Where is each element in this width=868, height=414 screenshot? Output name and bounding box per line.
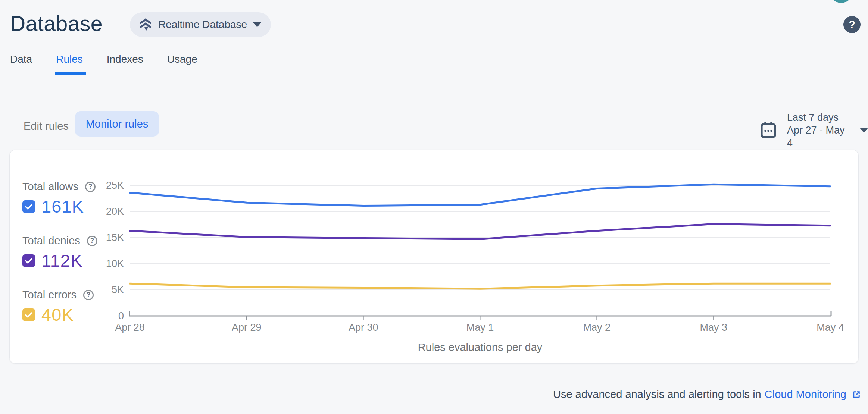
- svg-text:Rules evaluations per day: Rules evaluations per day: [418, 341, 543, 353]
- tab-bar: Data Rules Indexes Usage: [10, 53, 197, 65]
- active-tab-indicator: [55, 72, 86, 75]
- page-title: Database: [10, 11, 103, 36]
- total-allows-label: Total allows: [22, 181, 78, 193]
- total-errors-label: Total errors: [22, 289, 77, 301]
- svg-text:Apr 30: Apr 30: [349, 322, 378, 333]
- total-denies-checkbox[interactable]: [22, 254, 35, 267]
- rules-evaluations-chart: 05K10K15K20K25KApr 28Apr 29Apr 30May 1Ma…: [90, 175, 868, 364]
- date-range-selector[interactable]: Last 7 days Apr 27 - May 4: [759, 111, 868, 149]
- total-allows-value: 161K: [41, 196, 84, 217]
- total-allows-checkbox[interactable]: [22, 200, 35, 213]
- tab-data[interactable]: Data: [10, 53, 32, 65]
- svg-text:May 1: May 1: [466, 322, 494, 333]
- svg-text:May 3: May 3: [700, 322, 727, 333]
- product-selector-label: Realtime Database: [158, 19, 247, 31]
- svg-text:0: 0: [118, 310, 124, 322]
- svg-text:20K: 20K: [106, 206, 124, 217]
- edit-rules-button[interactable]: Edit rules: [24, 120, 69, 132]
- svg-text:25K: 25K: [106, 180, 124, 191]
- realtime-database-icon: [138, 17, 153, 32]
- cloud-monitoring-link[interactable]: Cloud Monitoring: [765, 388, 846, 401]
- tab-usage[interactable]: Usage: [167, 53, 197, 65]
- page: Database Realtime Database ? Data Rules …: [0, 0, 868, 414]
- date-range-preset: Last 7 days: [787, 111, 850, 124]
- svg-text:10K: 10K: [106, 258, 124, 269]
- svg-text:Apr 28: Apr 28: [115, 322, 145, 333]
- svg-text:5K: 5K: [112, 284, 124, 295]
- product-selector[interactable]: Realtime Database: [130, 12, 271, 37]
- question-mark-icon: ?: [849, 19, 855, 31]
- svg-text:15K: 15K: [106, 232, 124, 243]
- footer-text: Use advanced analysis and alerting tools…: [553, 388, 761, 401]
- date-range-dates: Apr 27 - May 4: [787, 124, 850, 149]
- legend-total-allows: Total allows ? 161K: [22, 181, 96, 217]
- tab-rules[interactable]: Rules: [56, 53, 83, 65]
- legend-total-denies: Total denies ? 112K: [22, 235, 97, 271]
- tab-divider: [9, 75, 868, 75]
- chevron-down-icon: [860, 128, 868, 133]
- tab-indexes[interactable]: Indexes: [107, 53, 143, 65]
- calendar-icon: [759, 121, 777, 139]
- svg-text:May 2: May 2: [583, 322, 611, 333]
- avatar[interactable]: [829, 0, 853, 3]
- chevron-down-icon: [253, 22, 261, 27]
- total-errors-value: 40K: [41, 304, 74, 325]
- footer-note: Use advanced analysis and alerting tools…: [553, 388, 862, 401]
- external-link-icon[interactable]: [851, 389, 862, 400]
- monitor-rules-button[interactable]: Monitor rules: [75, 111, 159, 137]
- total-denies-label: Total denies: [22, 235, 80, 247]
- help-button[interactable]: ?: [843, 16, 861, 33]
- svg-text:Apr 29: Apr 29: [232, 322, 262, 333]
- svg-text:May 4: May 4: [817, 322, 844, 333]
- legend-total-errors: Total errors ? 40K: [22, 289, 94, 325]
- total-denies-value: 112K: [41, 250, 82, 271]
- total-errors-checkbox[interactable]: [22, 308, 35, 321]
